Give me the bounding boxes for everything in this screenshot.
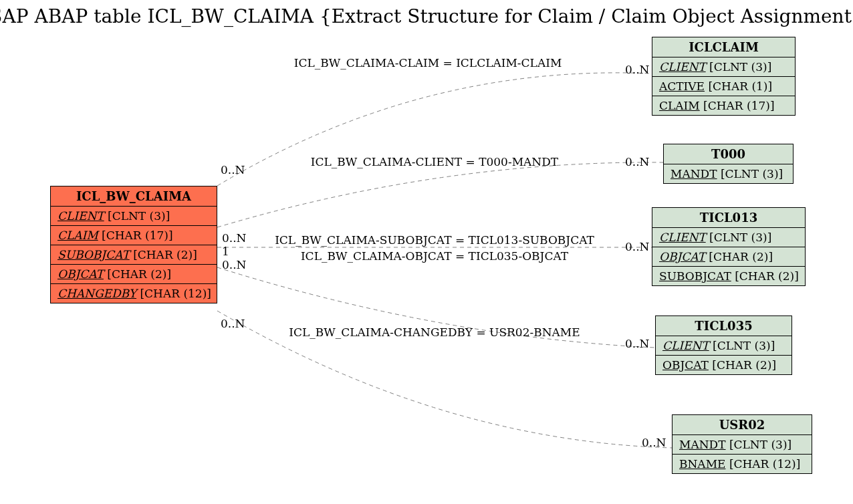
- entity-main-field: CLIENT [CLNT (3)]: [51, 207, 217, 226]
- entity-title: TICL035: [656, 316, 791, 336]
- edge-right-mult-0: 0..N: [625, 63, 650, 76]
- entity-field: ACTIVE [CHAR (1)]: [652, 77, 795, 96]
- entity-field: OBJCAT [CHAR (2)]: [652, 247, 805, 267]
- entity-main-field: OBJCAT [CHAR (2)]: [51, 265, 217, 284]
- entity-field: CLAIM [CHAR (17)]: [652, 96, 795, 115]
- entity-field: OBJCAT [CHAR (2)]: [656, 356, 791, 374]
- entity-field: CLIENT [CLNT (3)]: [656, 336, 791, 356]
- entity-title: T000: [664, 144, 793, 164]
- edge-right-mult-4: 0..N: [642, 436, 666, 449]
- edge-left-mult-3: 0..N: [222, 258, 247, 271]
- entity-main-title: ICL_BW_CLAIMA: [51, 186, 217, 207]
- entity-field: CLIENT [CLNT (3)]: [652, 228, 805, 247]
- edge-label-2: ICL_BW_CLAIMA-SUBOBJCAT = TICL013-SUBOBJ…: [275, 233, 594, 247]
- entity-main-field: CLAIM [CHAR (17)]: [51, 226, 217, 245]
- edge-label-4: ICL_BW_CLAIMA-CHANGEDBY = USR02-BNAME: [289, 326, 580, 339]
- entity-main-field: SUBOBJCAT [CHAR (2)]: [51, 245, 217, 265]
- entity-field: CLIENT [CLNT (3)]: [652, 57, 795, 77]
- diagram-title: SAP ABAP table ICL_BW_CLAIMA {Extract St…: [0, 5, 853, 27]
- edge-right-mult-1: 0..N: [625, 155, 650, 168]
- edge-right-mult-2: 0..N: [625, 240, 650, 253]
- edge-left-mult-0: 0..N: [221, 163, 245, 176]
- entity-title: TICL013: [652, 208, 805, 228]
- entity-field: SUBOBJCAT [CHAR (2)]: [652, 267, 805, 285]
- edge-label-3: ICL_BW_CLAIMA-OBJCAT = TICL035-OBJCAT: [301, 249, 569, 263]
- entity-ticl035: TICL035 CLIENT [CLNT (3)] OBJCAT [CHAR (…: [655, 316, 792, 375]
- entity-main-field: CHANGEDBY [CHAR (12)]: [51, 284, 217, 303]
- entity-usr02: USR02 MANDT [CLNT (3)] BNAME [CHAR (12)]: [672, 414, 812, 474]
- edge-left-mult-4: 0..N: [221, 317, 245, 330]
- entity-field: MANDT [CLNT (3)]: [664, 164, 793, 183]
- entity-t000: T000 MANDT [CLNT (3)]: [663, 144, 794, 184]
- entity-title: USR02: [673, 415, 812, 435]
- edge-left-mult-2: 1: [222, 245, 229, 258]
- edge-left-mult-prev: 0..N: [222, 231, 247, 245]
- entity-field: BNAME [CHAR (12)]: [673, 455, 812, 473]
- entity-field: MANDT [CLNT (3)]: [673, 435, 812, 455]
- entity-title: ICLCLAIM: [652, 37, 795, 57]
- edge-label-1: ICL_BW_CLAIMA-CLIENT = T000-MANDT: [311, 155, 559, 168]
- entity-ticl013: TICL013 CLIENT [CLNT (3)] OBJCAT [CHAR (…: [652, 207, 806, 286]
- entity-iclclaim: ICLCLAIM CLIENT [CLNT (3)] ACTIVE [CHAR …: [652, 37, 796, 116]
- entity-main: ICL_BW_CLAIMA CLIENT [CLNT (3)] CLAIM [C…: [50, 186, 217, 303]
- edge-right-mult-3: 0..N: [625, 337, 650, 350]
- edge-label-0: ICL_BW_CLAIMA-CLAIM = ICLCLAIM-CLAIM: [294, 56, 562, 70]
